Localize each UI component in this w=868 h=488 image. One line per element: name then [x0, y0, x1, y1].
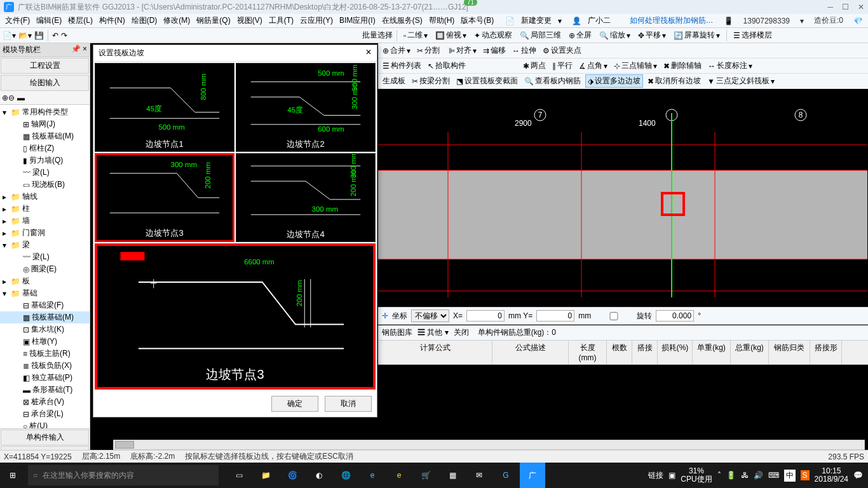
nav-tab-draw[interactable]: 绘图输入 [1, 75, 89, 91]
menu-view[interactable]: 视图(V) [234, 14, 265, 27]
tray-net-icon[interactable]: 🖧 [741, 471, 749, 480]
list-icon[interactable]: ▬ [17, 93, 25, 102]
app-icon-1[interactable]: 📁 [253, 463, 278, 488]
screen-rotate-button[interactable]: 🔄 屏幕旋转 ▾ [671, 29, 722, 41]
menu-edit[interactable]: 编辑(E) [34, 14, 64, 27]
tray-ime-label[interactable]: 中 [784, 470, 796, 482]
dialog-close-icon[interactable]: ✕ [365, 48, 372, 58]
menu-cloud[interactable]: 云应用(Y) [297, 14, 336, 27]
pan-button[interactable]: ✥ 平移 ▾ [635, 29, 668, 41]
app-icon-4[interactable]: 🌐 [333, 463, 358, 488]
offset-button[interactable]: ⇉ 偏移 [481, 44, 508, 57]
slope-option-3[interactable]: 300 mm200 mm 边坡节点3 [95, 153, 234, 242]
x-input[interactable] [466, 310, 505, 322]
app-icon-ie[interactable]: e [360, 463, 385, 488]
menu-bim[interactable]: BIM应用(I) [337, 14, 378, 27]
nav-tab-single[interactable]: 单构件输入 [1, 430, 89, 445]
menu-component[interactable]: 构件(N) [97, 14, 128, 27]
menu-file[interactable]: 文件(F) [3, 14, 32, 27]
app-icon-2[interactable]: 🌀 [280, 463, 305, 488]
app-icon-9[interactable]: 广 [520, 463, 545, 488]
angle-button[interactable]: ∡ 点角 ▾ [577, 60, 609, 72]
minimize-button[interactable]: ─ [827, 3, 833, 11]
align-button[interactable]: ⊫ 对齐 ▾ [447, 44, 478, 57]
user-label[interactable]: 广小二 [585, 14, 613, 27]
orbit-button[interactable]: ✦ 动态观察 [471, 29, 515, 41]
slope-option-2[interactable]: 45度500 mm600 mm500 mm300 mm 边坡节点2 [236, 63, 376, 152]
rebar-lib-button[interactable]: 钢筋图库 [382, 327, 412, 338]
undo-icon[interactable]: ↶ [52, 31, 58, 40]
app-icon-6[interactable]: ▦ [440, 463, 465, 488]
section-button[interactable]: ⬔ 设置筏板变截面 [454, 75, 520, 87]
app-icon-3[interactable]: ◐ [306, 463, 332, 488]
component-list-button[interactable]: ☰ 构件列表 [381, 60, 423, 72]
tray-battery-icon[interactable]: 🔋 [726, 471, 736, 480]
hscrollbar[interactable] [113, 440, 865, 450]
tray-link[interactable]: 链接 [648, 470, 663, 481]
view-rebar-button[interactable]: 🔍 查看板内钢筋 [522, 75, 583, 87]
split-button[interactable]: ✂ 分割 [415, 44, 442, 57]
grip-button[interactable]: ⚙ 设置夹点 [541, 44, 583, 57]
start-button[interactable]: ⊞ [0, 463, 25, 488]
fullscreen-button[interactable]: ⊕ 全屏 [566, 29, 594, 41]
expand-icon[interactable]: ⊕⊖ [2, 93, 15, 102]
notification-badge[interactable]: 71 [464, 0, 477, 6]
y-input[interactable] [536, 310, 574, 322]
save-icon[interactable]: 💾 [34, 31, 44, 40]
2d-button[interactable]: ▫ 二维 ▾ [401, 29, 430, 41]
close-panel-button[interactable]: 关闭 [454, 327, 469, 338]
tray-ime-icon[interactable]: ⌨ [768, 471, 779, 480]
redo-icon[interactable]: ↷ [61, 31, 67, 40]
menu-draw[interactable]: 绘图(D) [129, 14, 160, 27]
select-floor-button[interactable]: ☰ 选择楼层 [731, 29, 775, 41]
rebar-table[interactable]: 计算公式 公式描述 长度(mm) 根数 搭接 损耗(%) 单重(kg) 总重(k… [378, 341, 868, 365]
menu-online[interactable]: 在线服务(S) [379, 14, 425, 27]
menu-tools[interactable]: 工具(T) [266, 14, 296, 27]
tray-up-icon[interactable]: ˄ [717, 471, 721, 480]
open-icon[interactable]: 📂▾ [18, 31, 32, 40]
menu-rebar[interactable]: 钢筋量(Q) [194, 14, 233, 27]
menu-version[interactable]: 版本号(B) [458, 14, 496, 27]
help-link[interactable]: 如何处理筏板附加钢筋… [627, 14, 716, 27]
del-aux-button[interactable]: ✖ 删除辅轴 [661, 60, 703, 72]
tray-notif-icon[interactable]: 💬 [853, 471, 863, 480]
close-button[interactable]: ✕ [858, 3, 864, 11]
cancel-slope-button[interactable]: ✖ 取消所有边坡 [646, 75, 703, 87]
ok-button[interactable]: 确定 [271, 396, 318, 412]
rotate-input[interactable] [656, 310, 694, 322]
offset-mode-select[interactable]: 不偏移 [411, 309, 449, 322]
maximize-button[interactable]: ☐ [842, 3, 849, 11]
app-icon-5[interactable]: 🛒 [413, 463, 438, 488]
two-point-button[interactable]: ✱ 两点 [521, 60, 548, 72]
new-icon[interactable]: 📄▾ [3, 31, 16, 40]
app-icon-7[interactable]: ✉ [466, 463, 492, 488]
zoom-button[interactable]: 🔍 缩放 ▾ [597, 29, 633, 41]
rotate-check[interactable] [595, 312, 633, 320]
menu-modify[interactable]: 修改(M) [161, 14, 193, 27]
search-box[interactable]: ○ 在这里输入你要搜索的内容 [28, 465, 219, 485]
new-change-button[interactable]: 新建变更 [519, 14, 554, 27]
dim-button[interactable]: ↔ 长度标注 ▾ [706, 60, 754, 72]
merge-button[interactable]: ⊕ 合并 ▾ [381, 44, 412, 57]
split-beam-button[interactable]: ✂ 按梁分割 [410, 75, 452, 87]
cancel-button[interactable]: 取消 [325, 396, 372, 412]
slope-option-4[interactable]: 300 mm300 mm200 mm 边坡节点4 [236, 153, 376, 242]
multi-slope-button[interactable]: ⬗ 设置多边边坡 [585, 74, 643, 88]
parallel-button[interactable]: ∥ 平行 [550, 60, 574, 72]
app-icon-8[interactable]: G [493, 463, 519, 488]
stretch-button[interactable]: ↔ 拉伸 [510, 44, 538, 57]
slope-option-1[interactable]: 45度500 mm800 mm 边坡节点1 [95, 63, 234, 152]
aux3-button[interactable]: ⊹ 三点辅轴 ▾ [612, 60, 659, 72]
menu-help[interactable]: 帮助(H) [426, 14, 458, 27]
tray-sogou-icon[interactable]: S [801, 470, 810, 480]
nav-tab-project[interactable]: 工程设置 [1, 58, 89, 74]
tree-item-raft[interactable]: ▦ 筏板基础(M) [0, 311, 90, 323]
tray-vol-icon[interactable]: 🔊 [754, 471, 763, 480]
local3d-button[interactable]: 🔍 局部三维 [517, 29, 564, 41]
def-3pt-button[interactable]: ▼ 三点定义斜筏板 ▾ [705, 75, 776, 87]
topview-button[interactable]: 🔲 俯视 ▾ [433, 29, 469, 41]
batch-select-button[interactable]: 批量选择 [362, 30, 393, 41]
other-button[interactable]: ☰ 其他 ▾ [417, 327, 449, 338]
component-tree[interactable]: ▾📁 常用构件类型 ⊞ 轴网(J) ▦ 筏板基础(M) ▯ 框柱(Z) ▮ 剪力… [0, 105, 90, 428]
app-icon-ie2[interactable]: e [386, 463, 412, 488]
